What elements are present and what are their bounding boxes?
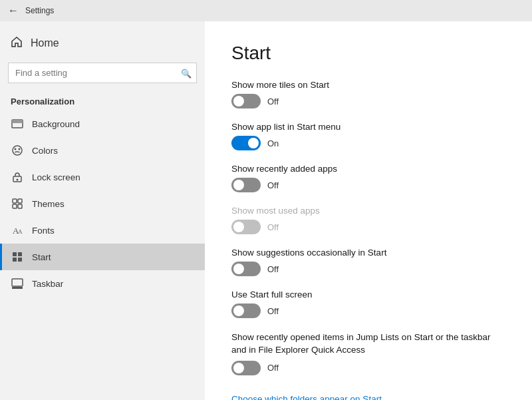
toggle-row-full-screen: Off xyxy=(231,303,505,318)
toggle-recently-added[interactable] xyxy=(231,178,261,192)
toggle-thumb-recent-items xyxy=(233,363,244,373)
svg-text:A: A xyxy=(18,228,23,235)
toggle-thumb-full-screen xyxy=(233,305,244,316)
toggle-row-app-list: On xyxy=(231,136,505,150)
toggle-most-used xyxy=(231,220,261,234)
toggle-label-more-tiles: Off xyxy=(267,97,279,106)
toggle-row-recent-items: Off xyxy=(231,361,505,375)
taskbar-icon xyxy=(11,277,24,290)
svg-rect-13 xyxy=(13,252,17,256)
toggle-row-recently-added: Off xyxy=(231,178,505,192)
toggle-more-tiles[interactable] xyxy=(231,94,261,108)
search-input[interactable] xyxy=(8,63,197,83)
setting-suggestions: Show suggestions occasionally in Start O… xyxy=(231,248,505,276)
sidebar-item-fonts[interactable]: A A Fonts xyxy=(0,217,205,244)
toggle-thumb-app-list xyxy=(248,138,259,148)
setting-recently-added-label: Show recently added apps xyxy=(231,164,505,174)
folders-link[interactable]: Choose which folders appear on Start xyxy=(231,394,382,400)
sidebar-item-background[interactable]: Background xyxy=(0,110,205,137)
toggle-suggestions[interactable] xyxy=(231,262,261,276)
toggle-label-full-screen: Off xyxy=(267,306,279,316)
app-body: Home 🔍 Personalization Background xyxy=(0,21,532,400)
toggle-label-app-list: On xyxy=(267,138,279,148)
setting-recent-items: Show recently opened items in Jump Lists… xyxy=(231,331,505,375)
toggle-recent-items[interactable] xyxy=(231,361,261,375)
colors-label: Colors xyxy=(32,146,58,156)
svg-rect-17 xyxy=(12,279,23,286)
toggle-track-app-list xyxy=(231,136,261,150)
sidebar-item-home[interactable]: Home xyxy=(0,29,205,57)
content-area: Start Show more tiles on Start Off Show … xyxy=(205,21,532,400)
svg-rect-8 xyxy=(18,199,22,203)
svg-rect-10 xyxy=(18,204,22,208)
setting-full-screen: Use Start full screen Off xyxy=(231,290,505,318)
setting-full-screen-label: Use Start full screen xyxy=(231,290,505,300)
sidebar-search-container: 🔍 xyxy=(8,63,197,83)
toggle-track-full-screen xyxy=(231,303,261,318)
toggle-track-suggestions xyxy=(231,262,261,276)
svg-rect-16 xyxy=(18,258,22,262)
sidebar: Home 🔍 Personalization Background xyxy=(0,21,205,400)
toggle-row-more-tiles: Off xyxy=(231,94,505,108)
themes-label: Themes xyxy=(32,199,65,209)
svg-rect-7 xyxy=(13,199,17,203)
start-icon xyxy=(11,250,24,264)
setting-app-list-label: Show app list in Start menu xyxy=(231,122,505,132)
svg-point-3 xyxy=(15,148,17,150)
toggle-row-suggestions: Off xyxy=(231,262,505,276)
svg-rect-1 xyxy=(12,120,23,123)
toggle-label-most-used: Off xyxy=(267,222,279,232)
setting-app-list: Show app list in Start menu On xyxy=(231,122,505,150)
section-label: Personalization xyxy=(0,89,205,110)
setting-most-used: Show most used apps Off xyxy=(231,206,505,234)
fonts-label: Fonts xyxy=(32,226,55,236)
sidebar-item-taskbar[interactable]: Taskbar xyxy=(0,270,205,297)
svg-rect-14 xyxy=(18,252,22,256)
toggle-thumb-most-used xyxy=(233,222,244,232)
fonts-icon: A A xyxy=(11,224,24,237)
setting-more-tiles: Show more tiles on Start Off xyxy=(231,80,505,108)
toggle-label-suggestions: Off xyxy=(267,264,279,274)
toggle-track-more-tiles xyxy=(231,94,261,108)
setting-recently-added: Show recently added apps Off xyxy=(231,164,505,192)
sidebar-item-start[interactable]: Start xyxy=(0,244,205,270)
toggle-thumb-suggestions xyxy=(233,264,244,274)
themes-icon xyxy=(11,197,24,210)
background-icon xyxy=(11,117,24,130)
svg-point-2 xyxy=(13,146,22,155)
toggle-track-recent-items xyxy=(231,361,261,375)
svg-rect-18 xyxy=(12,287,23,289)
start-label: Start xyxy=(32,252,51,262)
svg-rect-15 xyxy=(13,258,17,262)
setting-more-tiles-label: Show more tiles on Start xyxy=(231,80,505,90)
lock-screen-label: Lock screen xyxy=(32,172,80,182)
toggle-track-most-used xyxy=(231,220,261,234)
setting-most-used-label: Show most used apps xyxy=(231,206,505,216)
toggle-row-most-used: Off xyxy=(231,220,505,234)
toggle-thumb-recently-added xyxy=(233,180,244,190)
home-label: Home xyxy=(31,37,59,49)
sidebar-item-colors[interactable]: Colors xyxy=(0,137,205,164)
title-bar: ← Settings xyxy=(0,0,532,21)
svg-point-6 xyxy=(17,179,19,181)
page-title: Start xyxy=(231,43,505,64)
setting-suggestions-label: Show suggestions occasionally in Start xyxy=(231,248,505,258)
toggle-track-recently-added xyxy=(231,178,261,192)
svg-point-4 xyxy=(19,148,21,150)
lock-icon xyxy=(11,170,24,184)
toggle-label-recently-added: Off xyxy=(267,180,279,190)
svg-rect-9 xyxy=(13,204,17,208)
search-icon: 🔍 xyxy=(181,68,192,78)
home-icon xyxy=(11,36,23,51)
toggle-thumb-more-tiles xyxy=(233,96,244,106)
sidebar-item-themes[interactable]: Themes xyxy=(0,190,205,217)
taskbar-label: Taskbar xyxy=(32,279,63,289)
back-button[interactable]: ← xyxy=(8,5,19,16)
colors-icon xyxy=(11,144,24,157)
toggle-app-list[interactable] xyxy=(231,136,261,150)
sidebar-item-lock-screen[interactable]: Lock screen xyxy=(0,164,205,190)
background-label: Background xyxy=(32,119,80,129)
toggle-label-recent-items: Off xyxy=(267,363,279,373)
toggle-full-screen[interactable] xyxy=(231,303,261,318)
title-bar-title: Settings xyxy=(25,6,54,15)
